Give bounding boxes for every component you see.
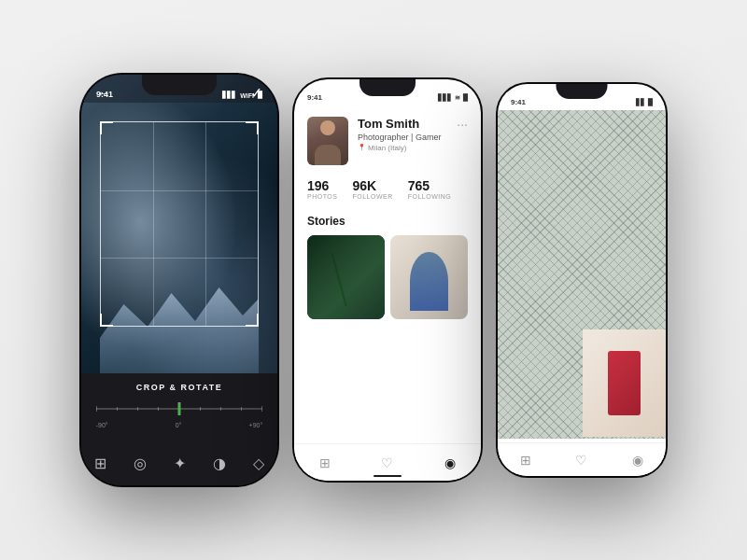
phone-2-notch bbox=[359, 79, 416, 96]
stories-title: Stories bbox=[307, 215, 468, 228]
crop-toolbar: CROP & ROTATE bbox=[81, 373, 277, 485]
battery-3: ▉ bbox=[648, 99, 653, 106]
nav-heart-icon[interactable]: ♡ bbox=[381, 455, 393, 470]
stat-followers-label: FOLLOWER bbox=[352, 193, 392, 200]
sun-tool-icon[interactable]: ✦ bbox=[174, 455, 186, 472]
stat-photos: 196 PHOTOS bbox=[307, 178, 337, 200]
crop-grid-h2 bbox=[101, 258, 258, 259]
water-tool-icon[interactable]: ◇ bbox=[253, 455, 264, 472]
stat-followers-number: 96K bbox=[352, 178, 392, 193]
tick bbox=[261, 406, 262, 412]
slider-max: +90° bbox=[249, 422, 263, 428]
phone-crop-rotate: 9:41 ▋▋▋ WiFi ▉ ← ✓ bbox=[81, 75, 277, 485]
gallery-nav-person-icon[interactable]: ◉ bbox=[632, 453, 643, 468]
crop-tool-icon[interactable]: ⊞ bbox=[94, 455, 106, 472]
stat-followers: 96K FOLLOWER bbox=[352, 178, 392, 200]
profile-bio: Photographer | Gamer bbox=[358, 133, 447, 142]
crop-grid-v1 bbox=[153, 122, 154, 326]
more-options-icon[interactable]: ··· bbox=[457, 117, 468, 132]
stat-following: 765 FOLLOWING bbox=[408, 178, 452, 200]
crop-grid-v2 bbox=[205, 122, 206, 326]
crop-corner-bl bbox=[100, 314, 113, 327]
tick bbox=[96, 406, 97, 412]
phone-3-screen: 9:41 ▋▋ ▉ bbox=[498, 84, 666, 476]
wifi-2: ≋ bbox=[455, 94, 460, 102]
stat-following-label: FOLLOWING bbox=[408, 193, 452, 200]
gallery-cell-6[interactable] bbox=[583, 329, 666, 437]
tick bbox=[137, 407, 138, 411]
phone-2-screen: 9:41 ▋▋▋ ≋ ▉ Tom Smith Photographer | Ga… bbox=[294, 79, 481, 481]
phone-notch bbox=[142, 75, 217, 95]
stat-following-number: 765 bbox=[408, 178, 452, 193]
profile-location-text: Milan (Italy) bbox=[368, 144, 406, 152]
phone-profile: 9:41 ▋▋▋ ≋ ▉ Tom Smith Photographer | Ga… bbox=[294, 79, 481, 481]
profile-info: Tom Smith Photographer | Gamer 📍 Milan (… bbox=[358, 117, 447, 152]
profile-name: Tom Smith bbox=[358, 117, 447, 132]
stat-photos-number: 196 bbox=[307, 178, 337, 193]
tick bbox=[200, 407, 201, 411]
stories-grid bbox=[307, 235, 468, 319]
status-time-2: 9:41 bbox=[307, 93, 322, 102]
signal-2: ▋▋▋ bbox=[438, 94, 452, 102]
slider-thumb bbox=[178, 402, 181, 415]
stories-section: Stories bbox=[294, 209, 481, 325]
phone-1-screen: 9:41 ▋▋▋ WiFi ▉ ← ✓ bbox=[81, 75, 277, 485]
fence-bg bbox=[498, 329, 581, 437]
profile-location: 📍 Milan (Italy) bbox=[358, 144, 447, 152]
story-thumb-1[interactable] bbox=[307, 235, 385, 319]
stat-photos-label: PHOTOS bbox=[307, 193, 337, 200]
bottom-nav-profile: ⊞ ♡ ◉ bbox=[294, 443, 481, 481]
crop-frame[interactable] bbox=[100, 121, 259, 327]
nav-active-indicator bbox=[374, 475, 402, 477]
crop-grid-h1 bbox=[101, 190, 258, 191]
phone-3-notch bbox=[557, 84, 608, 99]
avatar-body bbox=[315, 145, 341, 165]
tick bbox=[117, 407, 118, 411]
tick bbox=[241, 407, 242, 411]
crop-corner-br bbox=[246, 314, 259, 327]
story-thumb-2[interactable] bbox=[390, 235, 468, 319]
phone-gallery: 9:41 ▋▋ ▉ bbox=[498, 84, 666, 476]
gallery-cell-5[interactable] bbox=[498, 329, 581, 437]
back-icon[interactable]: ← bbox=[96, 85, 111, 102]
filter-tool-icon[interactable]: ◎ bbox=[134, 455, 147, 472]
gallery-nav-heart-icon[interactable]: ♡ bbox=[575, 453, 587, 468]
gallery-grid bbox=[498, 110, 666, 439]
tick bbox=[158, 407, 159, 411]
battery-2: ▉ bbox=[463, 94, 468, 102]
location-pin-icon: 📍 bbox=[358, 144, 366, 151]
status-time-3: 9:41 bbox=[511, 98, 526, 106]
avatar bbox=[307, 117, 348, 165]
signal-3: ▋▋ bbox=[636, 99, 645, 106]
slider-labels: -90° 0° +90° bbox=[96, 422, 263, 428]
nav-grid-icon[interactable]: ⊞ bbox=[319, 455, 331, 470]
contrast-tool-icon[interactable]: ◑ bbox=[213, 455, 226, 472]
crop-corner-tr bbox=[246, 121, 259, 134]
avatar-face bbox=[320, 120, 335, 135]
slider-min: -90° bbox=[96, 422, 108, 428]
profile-stats: 196 PHOTOS 96K FOLLOWER 765 FOLLOWING bbox=[294, 173, 481, 209]
slider-center: 0° bbox=[176, 422, 182, 428]
bottom-nav-gallery: ⊞ ♡ ◉ bbox=[498, 442, 666, 476]
gallery-nav-grid-icon[interactable]: ⊞ bbox=[520, 453, 531, 468]
nav-person-icon[interactable]: ◉ bbox=[444, 455, 456, 470]
arch-shape bbox=[410, 252, 449, 311]
profile-content: Tom Smith Photographer | Gamer 📍 Milan (… bbox=[294, 105, 481, 481]
app-mockup-scene: 9:41 ▋▋▋ WiFi ▉ ← ✓ bbox=[81, 75, 666, 485]
crop-label: CROP & ROTATE bbox=[136, 383, 223, 392]
bottom-tools: ⊞ ◎ ✦ ◑ ◇ bbox=[81, 455, 277, 472]
leaf-bg bbox=[307, 235, 385, 319]
rotation-slider[interactable] bbox=[96, 399, 263, 418]
crop-corner-tl bbox=[100, 121, 113, 134]
profile-header: Tom Smith Photographer | Gamer 📍 Milan (… bbox=[294, 105, 481, 173]
tick bbox=[220, 407, 221, 411]
check-icon[interactable]: ✓ bbox=[250, 84, 262, 102]
